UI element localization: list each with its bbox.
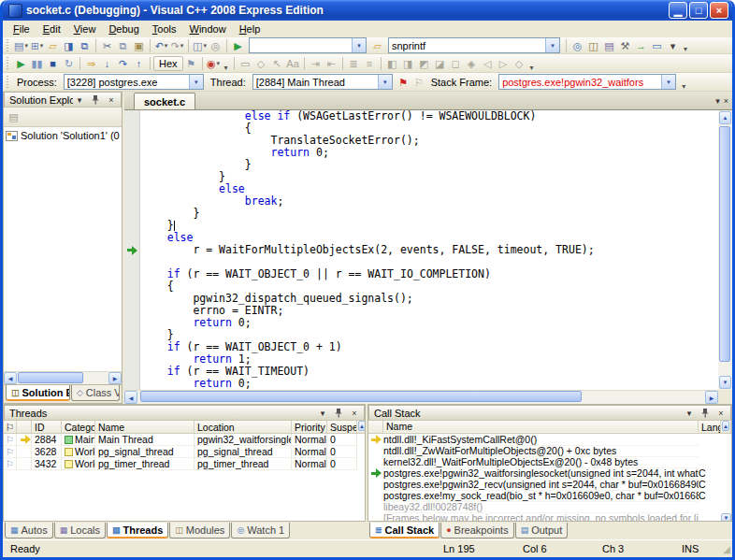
toolbar-grip[interactable] <box>6 76 10 88</box>
tab-output[interactable]: ▤Output <box>515 523 569 538</box>
tab-modules[interactable]: ◫Modules <box>169 523 230 538</box>
toolbar-overflow-icon[interactable]: ▾ <box>527 64 537 72</box>
undo-icon[interactable]: ↶▾ <box>153 38 169 53</box>
toolbar-grip[interactable] <box>6 57 10 69</box>
callstack-frame-row[interactable]: postgres.exe!pgwin32_waitforsinglesocket… <box>368 467 731 479</box>
column-header-category[interactable]: Category <box>62 421 95 433</box>
toolbar-overflow-icon[interactable]: ▾ <box>681 45 690 53</box>
callstack-frame-row[interactable]: [Frames below may be incorrect and/or mi… <box>368 512 731 521</box>
scroll-thumb[interactable] <box>18 372 83 383</box>
clear-bookmarks-icon[interactable]: ◇ <box>512 56 527 71</box>
configuration-combo[interactable]: ▾ <box>249 37 367 53</box>
callstack-frame-row[interactable]: postgres.exe!pgwin32_recv(unsigned int s… <box>368 479 731 490</box>
box-selection-icon[interactable]: ▭ <box>238 56 253 71</box>
menu-edit[interactable]: Edit <box>36 22 67 36</box>
editor-indicator-margin[interactable] <box>124 110 140 390</box>
command-window-icon[interactable]: ▭ <box>649 38 665 53</box>
scroll-thumb[interactable] <box>140 391 582 402</box>
toolbar-overflow-icon[interactable]: ▾ <box>679 82 688 91</box>
callstack-frame-row[interactable]: ntdll.dll!_ZwWaitForMultipleObjects@20()… <box>368 445 731 456</box>
navigate-window-icon[interactable]: ◫▾ <box>192 38 208 53</box>
menu-file[interactable]: File <box>7 22 36 36</box>
scroll-track[interactable] <box>18 372 108 384</box>
column-header-priority[interactable]: Priority <box>292 421 327 433</box>
next-bookmark-icon[interactable]: ▷ <box>496 56 512 71</box>
continue-icon[interactable]: ▶ <box>13 56 29 71</box>
scroll-up-arrow-icon[interactable]: ▲ <box>357 421 366 433</box>
thread-row[interactable]: ⚐3628Worker Threadpg_signal_threadpg_sig… <box>4 446 365 458</box>
solution-explorer-hscrollbar[interactable]: ◀ ▶ <box>4 371 122 384</box>
prev-bookmark-icon[interactable]: ◁ <box>480 56 496 71</box>
callstack-frame-row[interactable]: ntdll.dll!_KiFastSystemCallRet@0() <box>368 434 731 445</box>
scroll-right-arrow-icon[interactable]: ▶ <box>705 391 718 404</box>
column-header-id[interactable]: ID <box>32 421 62 433</box>
scroll-up-arrow-icon[interactable]: ▲ <box>719 111 731 124</box>
parameter-info-icon[interactable]: ◨ <box>400 56 416 71</box>
menu-tools[interactable]: Tools <box>146 22 183 36</box>
column-header-name[interactable]: Name <box>383 421 699 433</box>
thread-combo-dropdown-icon[interactable]: ▾ <box>378 75 392 89</box>
flag-threads-icon[interactable]: ⚑ <box>396 75 411 90</box>
properties-icon[interactable]: ▤ <box>6 109 22 124</box>
select-mode-icon[interactable]: ◇ <box>253 56 269 71</box>
text-case-icon[interactable]: Aa <box>285 56 301 71</box>
tab-breakpoints[interactable]: ●Breakpoints <box>440 523 514 538</box>
tab-threads[interactable]: ▤Threads <box>107 523 168 538</box>
toolbox-icon[interactable]: ⚒ <box>617 38 633 53</box>
menu-view[interactable]: View <box>67 22 103 36</box>
thread-marker-icon[interactable]: ⚑ <box>183 56 199 71</box>
code-area[interactable]: else if (WSAGetLastError() != WSAEWOULDB… <box>141 110 718 390</box>
scroll-down-arrow-icon[interactable]: ▼ <box>719 376 731 389</box>
solution-root-item[interactable]: Solution 'Solution1' (0 projects <box>6 130 120 141</box>
toggle-bookmark-icon[interactable]: ◈ <box>464 56 480 71</box>
pointer-mode-icon[interactable]: ↖ <box>269 56 285 71</box>
toolbar-options-chevron-icon[interactable]: ▾ <box>665 38 681 53</box>
tab-autos[interactable]: ▦Autos <box>5 523 53 538</box>
paste-icon[interactable]: ▣ <box>131 38 147 53</box>
process-combo[interactable]: [3228] postgres.exe▾ <box>64 74 204 90</box>
toolbar-overflow-icon[interactable]: ▾ <box>222 64 231 72</box>
step-out-icon[interactable]: ↑ <box>131 56 147 71</box>
solution-tree[interactable]: Solution 'Solution1' (0 projects <box>4 127 122 371</box>
window-position-chevron-icon[interactable]: ▾ <box>316 407 329 420</box>
editor-vscrollbar[interactable]: ▲ ▼ <box>718 110 732 390</box>
menu-debug[interactable]: Debug <box>102 22 145 36</box>
start-page-icon[interactable]: → <box>633 38 649 53</box>
close-icon[interactable]: × <box>714 407 728 420</box>
break-all-icon[interactable]: ▮▮ <box>29 56 45 71</box>
add-new-item-icon[interactable]: ⊞▾ <box>29 38 45 53</box>
active-files-chevron-icon[interactable]: ▾ <box>715 96 720 106</box>
tab-socket-c[interactable]: socket.c <box>134 93 195 109</box>
increase-indent-icon[interactable]: ⇥ <box>308 56 324 71</box>
redo-icon[interactable]: ↷▾ <box>169 38 185 53</box>
process-combo-dropdown-icon[interactable]: ▾ <box>189 75 203 89</box>
window-position-chevron-icon[interactable]: ▾ <box>683 407 696 420</box>
decrease-indent-icon[interactable]: ⇤ <box>324 56 339 71</box>
thread-row[interactable]: ⚐3432Worker Threadpg_timer_threadpg_time… <box>4 458 365 470</box>
thread-combo[interactable]: [2884] Main Thread▾ <box>252 74 393 90</box>
show-next-statement-icon[interactable]: ⇒ <box>83 56 99 71</box>
tab-watch-1[interactable]: ◎Watch 1 <box>231 523 290 538</box>
scroll-right-arrow-icon[interactable]: ▶ <box>108 372 122 384</box>
auto-hide-pin-icon[interactable] <box>89 93 102 107</box>
complete-word-icon[interactable]: ◩ <box>416 56 432 71</box>
column-header-blank[interactable] <box>17 421 32 433</box>
tab-locals[interactable]: ▦Locals <box>54 523 106 538</box>
restart-icon[interactable]: ↻ <box>61 56 77 71</box>
stack-frame-combo[interactable]: postgres.exe!pgwin32_waitfors▾ <box>498 74 676 90</box>
surround-with-icon[interactable]: ◻ <box>448 56 464 71</box>
menu-help[interactable]: Help <box>233 22 267 36</box>
column-header-name[interactable]: Name <box>95 421 195 433</box>
minimize-button[interactable]: ▁ <box>669 2 687 19</box>
column-header-suspend[interactable]: Suspend <box>327 421 357 433</box>
auto-hide-pin-icon[interactable] <box>699 407 712 420</box>
stack-frame-combo-dropdown-icon[interactable]: ▾ <box>661 75 675 89</box>
scroll-down-arrow-icon[interactable]: ▼ <box>721 513 731 522</box>
thread-flag-icon[interactable]: ⚐ <box>4 458 17 470</box>
comment-selection-icon[interactable]: ≣ <box>346 56 362 71</box>
menu-window[interactable]: Window <box>183 22 233 36</box>
find-symbol-icon[interactable]: ◎ <box>569 38 585 53</box>
find-combo-dropdown-icon[interactable]: ▾ <box>545 38 559 52</box>
uncomment-selection-icon[interactable]: ≡ <box>362 56 378 71</box>
solution-explorer-titlebar[interactable]: Solution Explorer ▾ × <box>4 92 122 108</box>
